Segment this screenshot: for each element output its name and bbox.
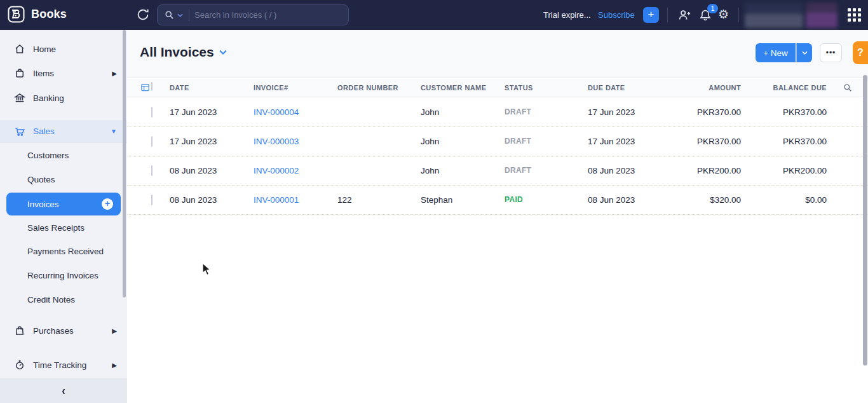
sidebar-item-sales[interactable]: Sales ▼	[0, 120, 127, 143]
sidebar-item-recurring-invoices[interactable]: Recurring Invoices	[0, 264, 127, 287]
table-row[interactable]: 17 Jun 2023 INV-000004 John DRAFT 17 Jun…	[127, 98, 868, 127]
cell-amount: $320.00	[710, 195, 741, 205]
table-row[interactable]: 17 Jun 2023 INV-000003 John DRAFT 17 Jun…	[127, 127, 868, 156]
invoice-link[interactable]: INV-000002	[254, 166, 299, 175]
help-button[interactable]: ?	[853, 41, 868, 64]
invoice-link[interactable]: INV-000003	[254, 137, 299, 146]
sidebar-item-label: Time Tracking	[33, 360, 86, 370]
status-badge: PAID	[505, 195, 523, 204]
column-header-order-number[interactable]: ORDER NUMBER	[337, 84, 398, 92]
column-customize-icon[interactable]	[140, 83, 150, 92]
apps-grid-icon[interactable]	[848, 8, 862, 22]
sidebar-item-banking[interactable]: Banking	[0, 86, 127, 109]
sidebar-item-label: Items	[33, 69, 54, 78]
sidebar-item-time-tracking[interactable]: Time Tracking ▶	[0, 353, 127, 376]
sidebar-item-label: Banking	[33, 93, 64, 103]
search-icon	[165, 10, 174, 20]
org-name-redacted[interactable]	[745, 3, 803, 28]
sidebar-item-label: Credit Notes	[27, 295, 75, 304]
more-options-button[interactable]: •••	[820, 43, 842, 62]
sidebar-item-credit-notes[interactable]: Credit Notes	[0, 288, 127, 311]
app-logo[interactable]: Books	[8, 6, 67, 23]
books-logo-icon	[8, 6, 25, 23]
row-checkbox[interactable]	[151, 195, 153, 205]
user-avatar[interactable]	[806, 3, 837, 28]
sidebar-item-quotes[interactable]: Quotes	[0, 168, 127, 191]
search-divider	[189, 10, 189, 21]
chevron-right-icon: ▶	[112, 70, 117, 77]
column-header-date[interactable]: DATE	[170, 84, 189, 92]
sidebar-item-sales-receipts[interactable]: Sales Receipts	[0, 216, 127, 239]
sidebar-item-label: Home	[33, 44, 56, 54]
cell-balance-due: PKR200.00	[783, 166, 827, 175]
search-scope-chevron-icon[interactable]	[177, 13, 183, 17]
stopwatch-icon	[14, 359, 25, 371]
table-row[interactable]: 08 Jun 2023 INV-000002 John DRAFT 08 Jun…	[127, 156, 868, 186]
table-row[interactable]: 08 Jun 2023 INV-000001 122 Stephan PAID …	[127, 186, 868, 215]
sidebar-scrollbar[interactable]	[123, 30, 126, 297]
sidebar-item-label: Payments Received	[27, 247, 104, 256]
subscribe-link[interactable]: Subscribe	[598, 10, 635, 20]
topbar-separator	[738, 8, 739, 22]
column-header-status[interactable]: STATUS	[505, 84, 533, 92]
notification-badge: 1	[707, 4, 718, 13]
page-title[interactable]: All Invoices	[140, 44, 227, 60]
row-checkbox[interactable]	[151, 166, 153, 175]
cell-amount: PKR370.00	[697, 137, 741, 146]
row-checkbox[interactable]	[151, 107, 153, 117]
invite-users-icon[interactable]	[677, 8, 691, 22]
row-checkbox[interactable]	[151, 137, 153, 146]
add-invoice-icon[interactable]: +	[102, 198, 113, 210]
cell-customer: John	[421, 137, 439, 146]
sidebar-collapse-button[interactable]: ‹	[0, 378, 127, 403]
cell-customer: John	[421, 107, 439, 117]
invoice-link[interactable]: INV-000004	[254, 107, 299, 117]
column-header-due-date[interactable]: DUE DATE	[588, 84, 625, 92]
column-header-customer-name[interactable]: CUSTOMER NAME	[421, 84, 486, 92]
invoice-link[interactable]: INV-000001	[254, 195, 299, 205]
sidebar-item-home[interactable]: Home	[0, 38, 127, 60]
sidebar-item-label: Sales	[33, 126, 55, 136]
sidebar-item-payments-received[interactable]: Payments Received	[0, 240, 127, 263]
chevron-right-icon: ▶	[112, 327, 117, 334]
table-header: DATE INVOICE# ORDER NUMBER CUSTOMER NAME…	[127, 78, 868, 97]
sidebar-item-label: Sales Receipts	[27, 223, 85, 233]
sidebar-item-label: Quotes	[27, 175, 55, 184]
cell-date: 17 Jun 2023	[170, 107, 217, 117]
chevron-right-icon: ▶	[112, 362, 117, 369]
recent-history-icon[interactable]	[136, 8, 150, 22]
app-name: Books	[31, 8, 67, 21]
search-input[interactable]	[194, 10, 328, 20]
main-scrollbar[interactable]	[863, 75, 867, 365]
home-icon	[14, 43, 25, 55]
cell-customer: Stephan	[421, 195, 452, 205]
column-header-balance-due[interactable]: BALANCE DUE	[773, 84, 827, 92]
cell-balance-due: PKR370.00	[783, 137, 827, 146]
sales-cart-icon	[14, 126, 25, 137]
sidebar-item-label: Invoices	[27, 200, 59, 209]
title-chevron-down-icon	[219, 50, 227, 55]
global-search	[157, 4, 349, 25]
cell-due-date: 08 Jun 2023	[588, 195, 635, 205]
sidebar-item-label: Purchases	[33, 326, 74, 336]
sidebar-item-purchases[interactable]: Purchases ▶	[0, 319, 127, 342]
cell-due-date: 17 Jun 2023	[588, 107, 635, 117]
sidebar-item-customers[interactable]: Customers	[0, 144, 127, 167]
quick-add-button[interactable]: +	[643, 7, 659, 23]
status-badge: DRAFT	[505, 166, 531, 175]
cell-due-date: 17 Jun 2023	[588, 137, 635, 146]
cell-amount: PKR200.00	[697, 166, 741, 175]
new-invoice-button[interactable]: + New	[756, 43, 796, 62]
new-invoice-dropdown-button[interactable]	[796, 43, 812, 62]
column-header-amount[interactable]: AMOUNT	[709, 84, 741, 92]
select-all-checkbox[interactable]	[151, 83, 153, 90]
cell-balance-due: $0.00	[805, 195, 827, 205]
cell-date: 08 Jun 2023	[170, 195, 217, 205]
cell-date: 08 Jun 2023	[170, 166, 217, 175]
table-search-icon[interactable]	[843, 83, 852, 92]
sidebar-item-label: Recurring Invoices	[27, 271, 98, 280]
settings-gear-icon[interactable]: ⚙	[718, 7, 729, 22]
sidebar-item-items[interactable]: Items ▶	[0, 62, 127, 85]
sidebar-item-invoices-active[interactable]: Invoices +	[6, 193, 121, 215]
column-header-invoice[interactable]: INVOICE#	[254, 84, 288, 92]
